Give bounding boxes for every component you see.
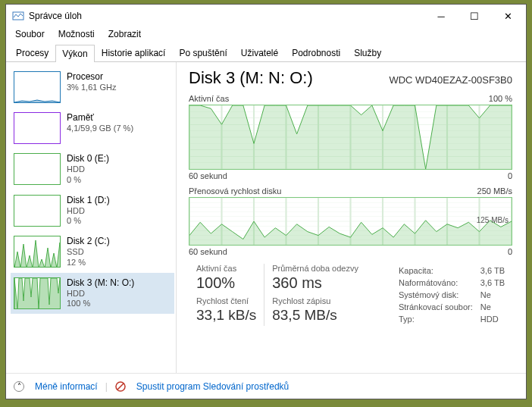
chart1-label: Aktivní čas — [189, 94, 229, 103]
read-speed-label: Rychlost čtení — [196, 296, 256, 305]
sidebar-item-1[interactable]: Paměť4,1/59,9 GB (7 %) — [11, 108, 174, 149]
menu-file[interactable]: Soubor — [9, 27, 51, 42]
sidebar-item-5[interactable]: Disk 3 (M: N: O:)HDD100 % — [11, 273, 174, 315]
main-panel: Disk 3 (M: N: O:) WDC WD40EZAZ-00SF3B0 A… — [177, 62, 526, 373]
avg-resp-value: 360 ms — [272, 274, 358, 292]
sidebar-item-title: Procesor — [67, 71, 116, 83]
sidebar-item-sub2: 100 % — [67, 299, 134, 309]
transfer-rate-chart: 125 MB/s — [189, 197, 512, 246]
sidebar-item-3[interactable]: Disk 1 (D:)HDD0 % — [11, 190, 174, 232]
sidebar-item-sub2: 0 % — [67, 175, 109, 186]
chart2-mid: 125 MB/s — [477, 215, 509, 224]
tabs: ProcesyVýkonHistorie aplikacíPo spuštění… — [6, 44, 526, 62]
chevron-up-icon[interactable]: ˄ — [14, 381, 24, 392]
chart2-max: 250 MB/s — [477, 186, 512, 196]
stats-row: Aktivní čas 100% Rychlost čtení 33,1 kB/… — [189, 264, 512, 326]
window-title: Správce úloh — [29, 11, 424, 21]
resource-monitor-icon — [115, 381, 126, 392]
menu-view[interactable]: Zobrazit — [102, 27, 147, 42]
chart2-foot-right: 0 — [508, 247, 512, 256]
sidebar-item-sub: HDD — [67, 164, 109, 175]
titlebar: Správce úloh ─ ☐ ✕ — [6, 5, 526, 27]
chart1-foot-left: 60 sekund — [189, 171, 227, 180]
disk-model: WDC WD40EZAZ-00SF3B0 — [389, 74, 512, 86]
fewer-details-link[interactable]: Méně informací — [35, 381, 98, 392]
tab-procesy[interactable]: Procesy — [9, 44, 55, 61]
tab-služby[interactable]: Služby — [347, 44, 388, 61]
tab-po-spuštění[interactable]: Po spuštění — [172, 44, 233, 61]
read-speed-value: 33,1 kB/s — [196, 307, 256, 324]
sidebar-thumb — [14, 112, 61, 144]
disk-info-table: Kapacita:3,6 TBNaformátováno:3,6 TBSysté… — [397, 264, 512, 326]
chart2-foot-left: 60 sekund — [189, 247, 227, 256]
sidebar-item-2[interactable]: Disk 0 (E:)HDD0 % — [11, 149, 174, 190]
tab-historie-aplikací[interactable]: Historie aplikací — [95, 44, 173, 61]
write-speed-label: Rychlost zápisu — [272, 296, 358, 305]
sidebar-thumb — [14, 236, 61, 268]
sidebar-thumb — [14, 277, 61, 309]
sidebar[interactable]: Procesor3% 1,61 GHzPaměť4,1/59,9 GB (7 %… — [6, 62, 177, 373]
active-time-label: Aktivní čas — [196, 264, 256, 273]
disk-title: Disk 3 (M: N: O:) — [189, 68, 313, 88]
write-speed-value: 83,5 MB/s — [272, 307, 358, 324]
tab-výkon[interactable]: Výkon — [55, 45, 94, 62]
app-icon — [12, 10, 24, 22]
avg-resp-label: Průměrná doba odezvy — [272, 264, 358, 273]
sidebar-thumb — [14, 71, 61, 103]
sidebar-item-title: Disk 1 (D:) — [67, 195, 110, 206]
info-row: Stránkovací soubor:Ne — [399, 302, 511, 312]
sidebar-item-sub: 3% 1,61 GHz — [67, 83, 116, 93]
sidebar-item-sub2: 12 % — [67, 258, 110, 268]
info-row: Naformátováno:3,6 TB — [399, 277, 511, 288]
sidebar-item-sub: SSD — [67, 247, 110, 258]
tab-podrobnosti[interactable]: Podrobnosti — [285, 44, 347, 61]
sidebar-item-title: Disk 3 (M: N: O:) — [67, 277, 134, 289]
chart2-label: Přenosová rychlost disku — [189, 186, 281, 196]
info-row: Kapacita:3,6 TB — [399, 265, 511, 276]
info-row: Systémový disk:Ne — [399, 290, 511, 300]
sidebar-thumb — [14, 195, 61, 227]
info-row: Typ:HDD — [399, 314, 511, 324]
sidebar-item-sub2: 0 % — [67, 216, 110, 227]
maximize-button[interactable]: ☐ — [458, 5, 491, 27]
sidebar-thumb — [14, 153, 61, 185]
sidebar-item-title: Disk 2 (C:) — [67, 236, 110, 247]
active-time-chart — [189, 105, 512, 170]
sidebar-item-sub: HDD — [67, 206, 110, 217]
task-manager-window: Správce úloh ─ ☐ ✕ Soubor Možnosti Zobra… — [5, 4, 527, 399]
menu-options[interactable]: Možnosti — [52, 27, 101, 42]
sidebar-item-0[interactable]: Procesor3% 1,61 GHz — [11, 67, 174, 108]
sidebar-item-title: Disk 0 (E:) — [67, 153, 109, 164]
tab-uživatelé[interactable]: Uživatelé — [234, 44, 285, 61]
chart1-foot-right: 0 — [508, 171, 512, 180]
sidebar-item-title: Paměť — [67, 112, 133, 124]
menubar: Soubor Možnosti Zobrazit — [6, 27, 526, 42]
footer: ˄ Méně informací | Spustit program Sledo… — [6, 373, 526, 399]
active-time-value: 100% — [196, 274, 256, 292]
svg-line-46 — [117, 384, 124, 390]
chart1-max: 100 % — [489, 94, 512, 103]
sidebar-item-4[interactable]: Disk 2 (C:)SSD12 % — [11, 231, 174, 273]
minimize-button[interactable]: ─ — [424, 5, 458, 27]
open-resource-monitor-link[interactable]: Spustit program Sledování prostředků — [136, 381, 289, 392]
sidebar-item-sub: HDD — [67, 289, 134, 299]
sidebar-item-sub: 4,1/59,9 GB (7 %) — [67, 124, 133, 134]
close-button[interactable]: ✕ — [491, 5, 524, 27]
